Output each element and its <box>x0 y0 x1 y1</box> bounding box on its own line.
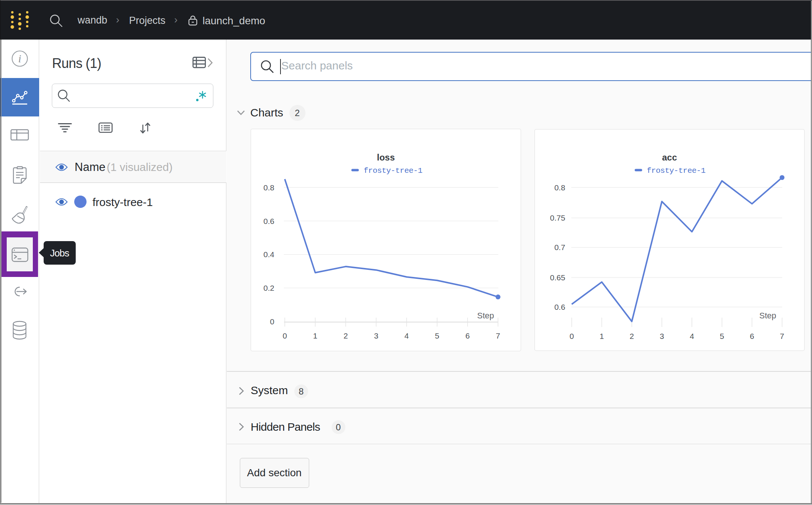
svg-text:acc: acc <box>662 152 677 162</box>
svg-text:4: 4 <box>690 332 694 340</box>
svg-text:6: 6 <box>750 332 754 340</box>
svg-text:0.65: 0.65 <box>550 273 565 282</box>
svg-text:0.4: 0.4 <box>263 250 275 259</box>
svg-text:7: 7 <box>780 332 784 340</box>
svg-text:0: 0 <box>270 317 275 326</box>
svg-text:6: 6 <box>465 331 470 340</box>
svg-text:0.6: 0.6 <box>554 303 565 311</box>
svg-text:3: 3 <box>660 332 664 340</box>
svg-text:2: 2 <box>344 331 348 340</box>
svg-text:5: 5 <box>435 331 439 340</box>
svg-text:Step: Step <box>759 311 776 320</box>
svg-text:frosty-tree-1: frosty-tree-1 <box>364 166 422 175</box>
svg-text:0.8: 0.8 <box>263 183 274 192</box>
svg-text:3: 3 <box>374 331 379 340</box>
svg-text:i: i <box>18 52 21 65</box>
svg-text:0.8: 0.8 <box>554 183 565 192</box>
svg-text:loss: loss <box>377 152 395 162</box>
svg-text:0.75: 0.75 <box>550 213 565 222</box>
svg-text:1: 1 <box>600 332 604 340</box>
svg-text:0.2: 0.2 <box>263 284 274 292</box>
svg-text:7: 7 <box>496 331 500 340</box>
svg-text:0.6: 0.6 <box>263 217 274 225</box>
svg-text:0.7: 0.7 <box>554 243 565 252</box>
svg-text:0: 0 <box>283 331 287 340</box>
svg-text:5: 5 <box>720 332 724 340</box>
svg-text:Step: Step <box>477 311 494 320</box>
svg-text:4: 4 <box>404 331 409 340</box>
svg-text:1: 1 <box>313 331 317 340</box>
svg-text:0: 0 <box>570 332 574 340</box>
svg-text:2: 2 <box>630 332 634 340</box>
svg-text:frosty-tree-1: frosty-tree-1 <box>647 166 705 175</box>
